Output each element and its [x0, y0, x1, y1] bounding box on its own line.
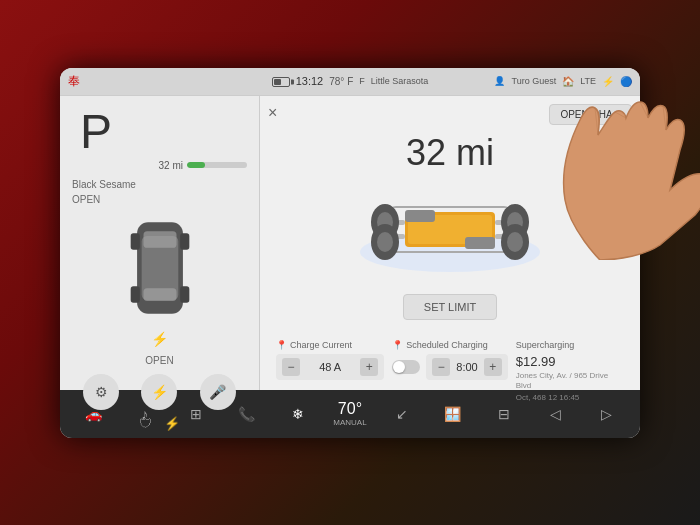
main-content: P 32 mi Black Sesame OPEN: [60, 96, 640, 390]
gear-indicator: P: [80, 108, 112, 156]
svg-rect-3: [143, 288, 176, 301]
svg-line-29: [663, 106, 666, 130]
range-bar: [187, 162, 247, 168]
scheduled-charging-toggle[interactable]: [392, 360, 420, 374]
time-display: 13:12: [296, 75, 324, 87]
car-name: Black Sesame: [72, 179, 136, 190]
scheduled-charging-label: Scheduled Charging: [406, 340, 488, 350]
supercharging-address: Jones City, Av. / 965 Drive Blvd: [516, 371, 624, 392]
scheduled-charging-pin-icon: 📍: [392, 340, 403, 350]
charging-options: 📍 Charge Current − 48 A + 📍: [276, 340, 624, 404]
range-bar-area: 32 mi: [72, 160, 247, 171]
svg-point-23: [507, 232, 523, 252]
supercharging-section: Supercharging $12.99 Jones City, Av. / 9…: [516, 340, 624, 404]
chassis-svg: [350, 182, 550, 282]
charge-current-pin-icon: 📍: [276, 340, 287, 350]
svg-rect-7: [180, 286, 189, 303]
bottom-icons-row: 🛡 ⚡: [139, 416, 180, 431]
scheduled-time-value: 8:00: [456, 361, 477, 373]
range-text: 32 mi: [159, 160, 183, 171]
charge-current-option: 📍 Charge Current − 48 A +: [276, 340, 384, 404]
right-panel: × OPEN CHA... 32 mi: [260, 96, 640, 390]
bluetooth-icon: ⚡: [602, 76, 614, 87]
user-display: Turo Guest: [511, 76, 556, 86]
svg-rect-5: [180, 233, 189, 250]
location-display: Little Sarasota: [371, 76, 429, 86]
shield-icon: 🛡: [139, 416, 152, 431]
charge-current-value: 48 A: [306, 361, 354, 373]
svg-rect-25: [465, 237, 495, 249]
open-label-bottom: OPEN: [145, 355, 173, 366]
lte-display: LTE: [580, 76, 596, 86]
scheduled-charging-title: 📍 Scheduled Charging: [392, 340, 507, 350]
user-icon: 👤: [494, 76, 505, 86]
wifi-icon: 🔵: [620, 76, 632, 87]
charge-icon: ⚡: [164, 416, 180, 431]
taskbar-temp-label: MANUAL: [333, 418, 366, 427]
car-chassis-view: [350, 182, 550, 282]
scheduled-charging-option: 📍 Scheduled Charging − 8:00 +: [392, 340, 507, 404]
home-icon: 🏠: [562, 76, 574, 87]
temperature-display: 78° F: [329, 76, 353, 87]
status-bar-center: 13:12 78° F F Little Sarasota: [258, 75, 442, 87]
open-charge-button[interactable]: OPEN CHA...: [549, 104, 632, 125]
scheduled-time-decrease[interactable]: −: [432, 358, 450, 376]
svg-point-21: [377, 232, 393, 252]
supercharging-label: Supercharging: [516, 340, 624, 350]
status-bar-right: 👤 Turo Guest 🏠 LTE ⚡ 🔵: [448, 76, 632, 87]
car-top-view-svg: [120, 213, 200, 323]
toggle-knob: [393, 361, 405, 373]
tesla-screen: 奉 13:12 78° F F Little Sarasota 👤 Turo G…: [60, 68, 640, 438]
range-display: 32 mi: [276, 132, 624, 174]
mic-icon-btn[interactable]: 🎤: [200, 374, 236, 410]
scheduled-time-increase[interactable]: +: [484, 358, 502, 376]
svg-line-28: [640, 102, 648, 118]
charge-current-control: − 48 A +: [276, 354, 384, 380]
left-panel: P 32 mi Black Sesame OPEN: [60, 96, 260, 390]
battery-icon: [272, 76, 290, 87]
settings-icon-btn[interactable]: ⚙: [83, 374, 119, 410]
status-bar-left: 奉: [68, 73, 252, 90]
scheduled-time-control: − 8:00 +: [426, 354, 507, 380]
left-bottom-icons: ⚙ ⚡ 🎤: [72, 366, 247, 410]
supercharging-address-line2: Oct, 468 12 16:45: [516, 393, 624, 403]
svg-rect-6: [130, 286, 139, 303]
svg-rect-2: [143, 231, 176, 248]
set-limit-area: SET LIMIT: [276, 286, 624, 328]
charge-current-increase[interactable]: +: [360, 358, 378, 376]
charge-current-decrease[interactable]: −: [282, 358, 300, 376]
lightning-icon-btn[interactable]: ⚡: [141, 374, 177, 410]
signal-icon: F: [359, 76, 365, 86]
close-button[interactable]: ×: [268, 104, 277, 122]
outer-frame: 奉 13:12 78° F F Little Sarasota 👤 Turo G…: [0, 0, 700, 525]
lightning-icon: ⚡: [151, 331, 168, 347]
scheduled-charging-control: − 8:00 +: [392, 354, 507, 380]
charge-current-title: 📍 Charge Current: [276, 340, 384, 350]
taskbar-temp-area: 70° MANUAL: [333, 400, 366, 427]
set-limit-button[interactable]: SET LIMIT: [403, 294, 497, 320]
svg-rect-4: [130, 233, 139, 250]
open-label-top: OPEN: [72, 194, 100, 205]
supercharging-price: $12.99: [516, 354, 624, 369]
svg-rect-24: [405, 210, 435, 222]
car-top-view: [120, 213, 200, 323]
status-bar: 奉 13:12 78° F F Little Sarasota 👤 Turo G…: [60, 68, 640, 96]
alert-icon: 奉: [68, 73, 80, 90]
charge-current-label: Charge Current: [290, 340, 352, 350]
range-bar-fill: [187, 162, 205, 168]
